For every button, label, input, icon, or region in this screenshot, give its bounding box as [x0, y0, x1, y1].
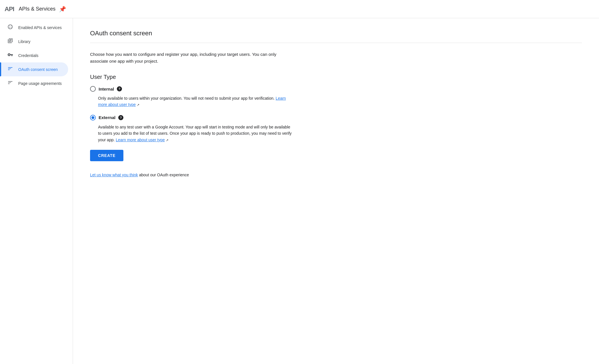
feedback-link[interactable]: Let us know what you think — [90, 173, 138, 177]
header-title: APIs & Services — [19, 6, 56, 12]
enabled-apis-icon — [7, 24, 14, 31]
svg-point-3 — [11, 27, 12, 28]
main-content: OAuth consent screen Choose how you want… — [73, 18, 599, 364]
svg-point-1 — [11, 26, 12, 26]
credentials-icon — [7, 52, 14, 59]
top-header: API APIs & Services 📌 — [0, 0, 599, 18]
external-radio[interactable] — [90, 115, 96, 120]
sidebar-item-label-credentials: Credentials — [18, 53, 38, 58]
sidebar-item-library[interactable]: Library — [0, 34, 68, 48]
internal-radio[interactable] — [90, 86, 96, 92]
oauth-icon — [7, 66, 14, 73]
external-link-icon-external: ↗ — [166, 138, 168, 142]
sidebar-item-label-enabled-apis: Enabled APIs & services — [18, 25, 62, 30]
sidebar-item-page-usage[interactable]: Page usage agreements — [0, 76, 68, 90]
sidebar-item-label-oauth: OAuth consent screen — [18, 67, 58, 72]
external-label: External — [99, 115, 115, 120]
external-description: Available to any test user with a Google… — [98, 124, 292, 143]
api-logo-text: API — [5, 5, 14, 13]
page-title: OAuth consent screen — [90, 30, 582, 43]
intro-description: Choose how you want to configure and reg… — [90, 51, 295, 65]
sidebar-item-enabled-apis[interactable]: Enabled APIs & services — [0, 21, 68, 34]
sidebar-item-credentials[interactable]: Credentials — [0, 48, 68, 62]
sidebar: Enabled APIs & services Library Credenti… — [0, 18, 73, 364]
internal-label: Internal — [99, 87, 114, 91]
external-learn-more-link[interactable]: Learn more about user type — [116, 138, 165, 142]
external-help-icon[interactable]: ? — [118, 115, 123, 120]
internal-help-icon[interactable]: ? — [117, 86, 122, 91]
user-type-heading: User Type — [90, 74, 582, 80]
sidebar-item-oauth-consent[interactable]: OAuth consent screen — [0, 62, 68, 76]
sidebar-item-label-page-usage: Page usage agreements — [18, 81, 62, 86]
feedback-suffix: about our OAuth experience — [139, 173, 189, 177]
sidebar-item-label-library: Library — [18, 39, 30, 44]
external-link-icon-internal: ↗ — [137, 103, 139, 107]
pin-icon[interactable]: 📌 — [59, 6, 66, 13]
main-layout: Enabled APIs & services Library Credenti… — [0, 18, 599, 364]
svg-point-2 — [9, 27, 10, 28]
library-icon — [7, 38, 14, 45]
create-button[interactable]: CREATE — [90, 150, 123, 161]
internal-description: Only available to users within your orga… — [98, 95, 292, 108]
feedback-section: Let us know what you think about our OAu… — [90, 173, 582, 177]
external-radio-option[interactable]: External ? — [90, 115, 582, 120]
svg-point-0 — [9, 26, 10, 26]
internal-radio-option[interactable]: Internal ? — [90, 86, 582, 92]
api-logo: API — [5, 5, 14, 13]
page-usage-icon — [7, 80, 14, 87]
